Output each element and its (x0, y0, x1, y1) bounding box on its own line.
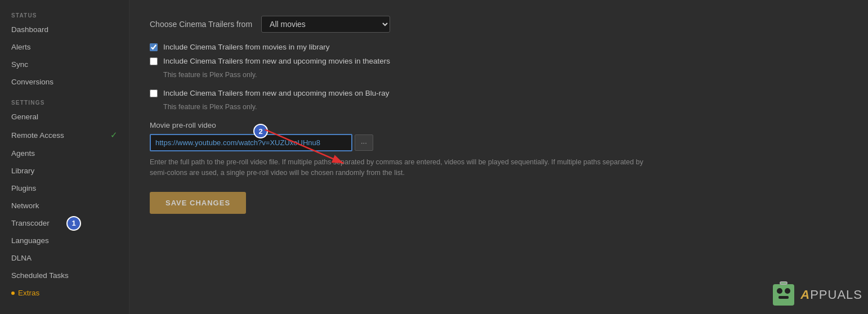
sidebar-item-label: Dashboard (11, 25, 48, 34)
plex-pass-note-1: This feature is Plex Pass only. (163, 71, 848, 79)
annotation-badge-1: 1 (66, 216, 81, 231)
sidebar-item-label: General (11, 113, 38, 121)
sidebar-item-label: Library (11, 167, 34, 175)
save-changes-button[interactable]: SAVE CHANGES (150, 192, 246, 214)
plex-pass-note-2: This feature is Plex Pass only. (163, 103, 848, 111)
sidebar-item-alerts[interactable]: Alerts (0, 38, 129, 56)
sidebar-item-label: Transcoder (11, 219, 50, 227)
sidebar-item-remote-access[interactable]: Remote Access ✓ (0, 125, 129, 145)
sidebar-item-label: Scheduled Tasks (11, 271, 69, 280)
sidebar-item-languages[interactable]: Languages (0, 232, 129, 249)
checkbox2-row: Include Cinema Trailers from new and upc… (150, 57, 848, 65)
appuals-text: APPUALS (800, 288, 862, 302)
sidebar-item-label: Languages (11, 236, 49, 245)
main-content: Choose Cinema Trailers from All movies N… (129, 0, 868, 314)
appuals-mascot-icon (770, 281, 797, 308)
appuals-logo-area: APPUALS (770, 281, 862, 308)
sidebar-item-label: Conversions (11, 78, 53, 86)
preroll-input-row: ··· (150, 134, 848, 151)
sidebar-item-label: Sync (11, 60, 28, 69)
cinema-trailers-row: Choose Cinema Trailers from All movies N… (150, 16, 848, 33)
sidebar-item-label: Alerts (11, 43, 31, 51)
checkbox1-row: Include Cinema Trailers from movies in m… (150, 43, 848, 51)
sidebar: STATUS Dashboard Alerts Sync Conversions… (0, 0, 129, 314)
check-icon: ✓ (110, 130, 118, 140)
cinema-trailers-select[interactable]: All movies New and upcoming movies Recen… (261, 16, 390, 33)
checkbox1-input[interactable] (150, 43, 158, 51)
sidebar-item-sync[interactable]: Sync (0, 56, 129, 73)
sidebar-item-conversions[interactable]: Conversions (0, 73, 129, 91)
checkbox1-label[interactable]: Include Cinema Trailers from movies in m… (163, 43, 330, 51)
checkbox2-input[interactable] (150, 57, 158, 65)
sidebar-item-label: Extras (18, 289, 39, 297)
preroll-section-label: Movie pre-roll video (150, 121, 848, 129)
settings-section-label: SETTINGS (0, 96, 129, 108)
sidebar-item-scheduled-tasks[interactable]: Scheduled Tasks (0, 267, 129, 284)
status-section-label: STATUS (0, 9, 129, 21)
sidebar-item-general[interactable]: General (0, 108, 129, 125)
sidebar-item-agents[interactable]: Agents (0, 145, 129, 162)
checkbox3-label[interactable]: Include Cinema Trailers from new and upc… (163, 89, 389, 97)
sidebar-item-transcoder[interactable]: Transcoder 1 (0, 214, 129, 232)
extras-dot-icon (11, 291, 15, 295)
sidebar-item-label: Agents (11, 149, 35, 158)
sidebar-item-library[interactable]: Library (0, 162, 129, 180)
sidebar-item-label: Remote Access (11, 131, 64, 140)
cinema-trailers-label: Choose Cinema Trailers from (150, 20, 252, 29)
sidebar-item-label: Plugins (11, 184, 36, 192)
sidebar-item-plugins[interactable]: Plugins (0, 180, 129, 197)
preroll-input[interactable] (150, 134, 352, 151)
sidebar-item-extras[interactable]: Extras (0, 284, 129, 302)
sidebar-item-label: DLNA (11, 254, 32, 262)
checkbox3-row: Include Cinema Trailers from new and upc… (150, 89, 848, 97)
checkbox2-label[interactable]: Include Cinema Trailers from new and upc… (163, 57, 390, 65)
sidebar-item-label: Network (11, 201, 39, 210)
preroll-browse-button[interactable]: ··· (355, 134, 373, 151)
sidebar-item-dashboard[interactable]: Dashboard (0, 21, 129, 38)
annotation-arrow-1 (129, 161, 132, 206)
sidebar-item-dlna[interactable]: DLNA (0, 249, 129, 267)
preroll-help-text: Enter the full path to the pre-roll vide… (150, 157, 656, 178)
checkbox3-input[interactable] (150, 89, 158, 97)
sidebar-item-network[interactable]: Network (0, 197, 129, 214)
